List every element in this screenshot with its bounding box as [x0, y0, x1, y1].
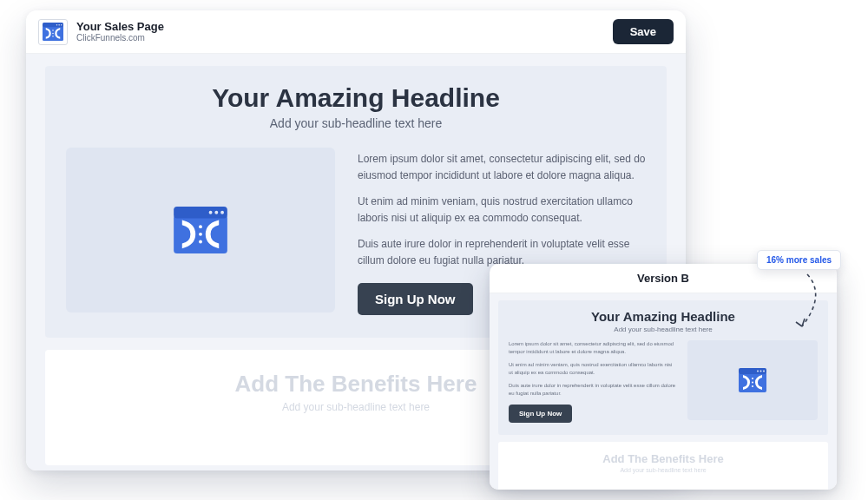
version-b-paragraph[interactable]: Ut enim ad minim veniam, quis nostrud ex… — [509, 361, 677, 377]
hero-paragraph[interactable]: Lorem ipsum dolor sit amet, consectetur … — [358, 151, 646, 183]
version-tab-label: Version B — [637, 272, 689, 285]
cta-button[interactable]: Sign Up Now — [358, 283, 473, 315]
badge-label: 16% more sales — [766, 255, 832, 265]
hero-headline[interactable]: Your Amazing Headline — [66, 83, 646, 113]
version-b-benefits-section[interactable]: Add The Benefits Here Add your sub-headl… — [498, 442, 828, 490]
save-button[interactable]: Save — [613, 19, 674, 44]
version-b-subheadline[interactable]: Add your sub-headline text here — [509, 326, 818, 333]
sales-lift-badge: 16% more sales — [757, 250, 841, 270]
version-b-paragraph[interactable]: Duis aute irure dolor in reprehenderit i… — [509, 382, 677, 398]
media-placeholder[interactable] — [66, 148, 335, 312]
page-title: Your Sales Page — [76, 20, 613, 34]
topbar: Your Sales Page ClickFunnels.com Save — [26, 10, 686, 54]
version-b-canvas[interactable]: Your Amazing Headline Add your sub-headl… — [490, 293, 837, 490]
version-b-paragraph[interactable]: Lorem ipsum dolor sit amet, consectetur … — [509, 340, 677, 356]
version-b-hero-section[interactable]: Your Amazing Headline Add your sub-headl… — [498, 300, 828, 435]
version-b-media-placeholder[interactable] — [687, 340, 818, 420]
version-b-copy[interactable]: Lorem ipsum dolor sit amet, consectetur … — [509, 340, 677, 423]
page-title-stack: Your Sales Page ClickFunnels.com — [76, 20, 613, 44]
version-b-benefits-headline[interactable]: Add The Benefits Here — [507, 452, 819, 465]
version-b-cta-button[interactable]: Sign Up Now — [509, 405, 572, 423]
version-b-card: Version B Your Amazing Headline Add your… — [490, 264, 837, 490]
page-subtitle: ClickFunnels.com — [76, 33, 613, 43]
version-b-headline[interactable]: Your Amazing Headline — [509, 309, 818, 324]
version-b-benefits-subheadline[interactable]: Add your sub-headline text here — [507, 467, 819, 473]
clickfunnels-icon — [739, 368, 766, 392]
clickfunnels-icon — [174, 207, 227, 253]
hero-paragraph[interactable]: Ut enim ad minim veniam, quis nostrud ex… — [358, 194, 646, 226]
app-icon — [38, 19, 68, 45]
hero-subheadline[interactable]: Add your sub-headline text here — [66, 116, 646, 130]
